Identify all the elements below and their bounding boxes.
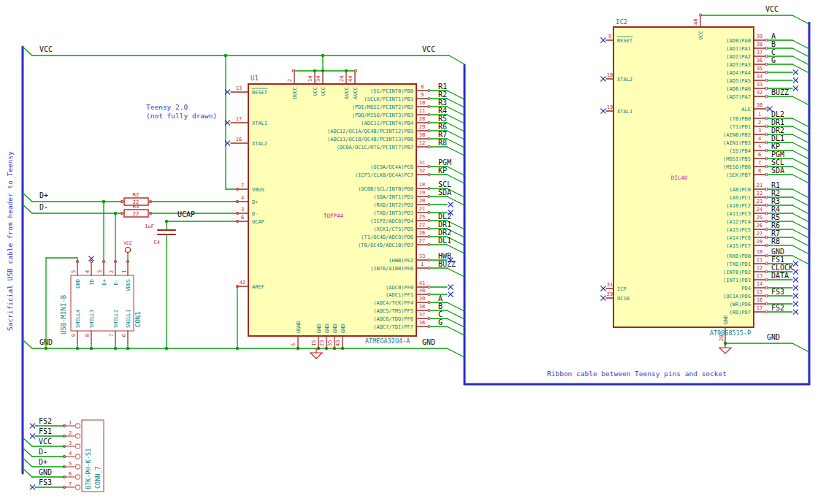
pin-number: 17: [236, 116, 242, 122]
pin-number: 24: [339, 76, 345, 82]
pin-number: 6: [69, 471, 72, 477]
pin-number: 23: [757, 199, 762, 205]
pin-name: (A12)PC4: [726, 219, 751, 225]
pin-name: (SDA/INT1)PD1: [373, 194, 413, 200]
pin-pad: [75, 475, 80, 479]
bus-entry: [792, 229, 809, 238]
pin-name: SHELL1: [126, 310, 131, 328]
net-label: FS1: [39, 427, 52, 435]
pin-name: (OC3A/OC4A)PC6: [370, 164, 413, 170]
net-label: DL1: [771, 134, 784, 142]
net-label: GND: [767, 333, 780, 341]
pin-number: 44: [348, 76, 353, 82]
net-label: VCC: [765, 5, 779, 13]
net-label: GND: [39, 468, 52, 476]
net-label: C: [438, 310, 443, 318]
pin-name: AREF: [252, 284, 264, 290]
pin-pad: [75, 434, 80, 438]
pin-name: (AD1)PA1: [726, 46, 751, 52]
net-label: R3: [438, 99, 447, 107]
pin-number: 15: [757, 289, 762, 295]
junction-dot: [345, 69, 348, 72]
pin-number: 7: [109, 334, 115, 337]
pin-number: 14: [307, 76, 313, 82]
pin-pad: [75, 444, 80, 448]
pin-name: SHELL2: [113, 310, 119, 328]
net-label: R7: [438, 131, 447, 139]
pin-number: 22: [757, 191, 762, 196]
pin-number: 38: [757, 42, 762, 47]
pin-number: 1: [69, 420, 72, 426]
u1-ref: U1: [251, 75, 259, 82]
pin-number: 27: [419, 238, 425, 244]
bus-entry: [447, 327, 464, 335]
pin-number: 33: [757, 82, 762, 88]
pin-name: (AIN0)PB2: [723, 132, 751, 138]
net-label: R6: [771, 221, 780, 229]
pin-name: VBUS: [126, 279, 131, 291]
pin-number: 7: [69, 481, 72, 487]
pin-number: 2: [69, 430, 72, 436]
pin-number: 30: [757, 102, 762, 108]
pin-number: 8: [85, 334, 91, 337]
pin-number: 6: [241, 215, 244, 221]
schematic-canvas: VCCVCCGNDGNDD+D-UCAP1uFC4R222R322U1ATMEG…: [0, 0, 826, 504]
pin-name: GND: [332, 324, 338, 333]
net-label: DL2: [438, 213, 451, 221]
pin-name: (HWB)PE2: [389, 258, 413, 264]
bus-entry: [792, 167, 809, 175]
ic2-value: AT90S8515-P: [710, 329, 751, 337]
bus-entry: [23, 340, 32, 348]
pin-name: (INT1)PD3: [723, 278, 751, 283]
pin-number: 18: [419, 182, 425, 188]
bus-entry: [23, 438, 32, 446]
bus-entry: [792, 205, 809, 214]
bus-entry: [23, 205, 32, 213]
pin-number: 32: [757, 90, 762, 96]
pin-name: RESET: [252, 90, 268, 96]
pin-number: 7: [241, 183, 244, 188]
bus-entry: [447, 318, 464, 327]
net-label: KP: [771, 142, 780, 150]
pin-number: 5: [758, 144, 761, 150]
pin-number: 21: [757, 183, 762, 188]
pin-number: 31: [419, 160, 425, 166]
net-label: G: [438, 318, 443, 327]
net-label: CLOCK: [771, 264, 793, 272]
bus-entry: [792, 15, 809, 24]
bus-entry: [447, 99, 464, 107]
pin-name: ICP: [617, 286, 627, 292]
pin-number: 14: [757, 281, 762, 287]
net-label: DR2: [771, 126, 784, 134]
net-label: R8: [771, 237, 780, 245]
net-label: FS3: [39, 478, 52, 486]
bus-entry: [447, 91, 464, 99]
pin-name: (TXD)PD1: [726, 261, 751, 267]
pin-number: 34: [757, 74, 762, 80]
pin-pad: [75, 485, 80, 489]
net-label: R4: [771, 205, 780, 213]
net-label: R6: [438, 123, 447, 131]
bus-entry: [792, 189, 809, 198]
net-label: SDA: [438, 188, 451, 196]
pin-name: (AD0)PA0: [726, 38, 751, 44]
pin-name: VCC: [313, 87, 318, 96]
pin-name: (ADC5/TMS)PF5: [373, 308, 413, 314]
pin-number: 3: [758, 128, 761, 134]
junction-dot: [321, 69, 324, 72]
pin-name: (ADC1)PF1: [386, 292, 413, 298]
bus-entry: [792, 245, 809, 254]
pin-number: 39: [419, 296, 425, 302]
net-label: VCC: [39, 45, 53, 53]
net-label: D-: [39, 203, 48, 211]
bus-entry: [447, 131, 464, 140]
resistor-ref: R3: [133, 204, 139, 210]
note-ribbon: Ribbon cable between Teensy pins and soc…: [547, 370, 727, 378]
bus-entry: [447, 107, 464, 115]
pin-number: 19: [607, 104, 613, 110]
resistor-ref: R2: [133, 192, 139, 198]
pin-name: SHELL4: [75, 310, 81, 328]
cap-value: 1uF: [145, 224, 154, 229]
net-label: DL1: [438, 237, 451, 245]
pin-name: VBUS: [252, 187, 264, 193]
